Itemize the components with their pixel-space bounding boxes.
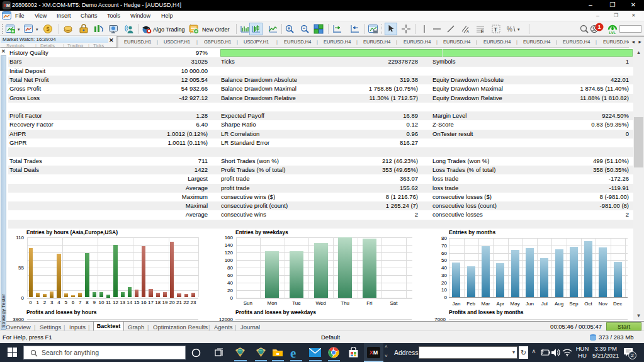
svg-text:%: %: [507, 26, 512, 33]
svg-text:1: 1: [597, 24, 601, 30]
svg-text:T: T: [494, 26, 498, 33]
svg-text:$: $: [46, 26, 49, 32]
svg-text:F: F: [481, 29, 484, 33]
svg-text:A: A: [466, 30, 469, 33]
svg-text:LVL: LVL: [609, 31, 616, 35]
